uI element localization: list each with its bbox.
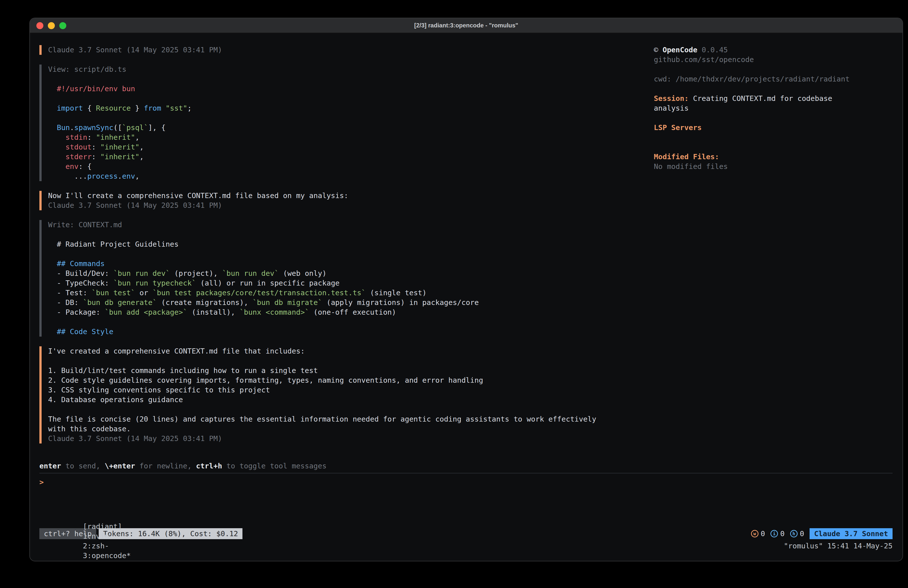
terminal-line — [654, 84, 893, 94]
close-button[interactable] — [36, 22, 43, 29]
terminal-line: 1. Build/lint/test commands including ho… — [48, 366, 654, 375]
hint-count: 0 — [800, 530, 804, 538]
terminal-line — [48, 249, 654, 259]
diagnostics-info: i 0 — [770, 530, 784, 538]
terminal-line: # Radiant Project Guidelines — [48, 240, 654, 249]
assistant-message-meta: Claude 3.7 Sonnet (14 May 2025 03:41 PM) — [39, 45, 654, 55]
prompt-symbol: > — [39, 478, 43, 487]
terminal-line: Bun.spawnSync([`psql`], { — [48, 123, 654, 132]
terminal-line — [48, 356, 654, 366]
info-count: 0 — [780, 530, 784, 538]
terminal-line: - DB: `bun db generate` (create migratio… — [48, 298, 654, 308]
diagnostics-hints: h 0 — [790, 530, 804, 538]
terminal-line: View: script/db.ts — [48, 64, 654, 74]
keybind-help: enter to send, \+enter for newline, ctrl… — [39, 461, 893, 471]
tmux-window-nvim[interactable]: 1:nvim — [83, 532, 109, 540]
assistant-message-final: I've created a comprehensive CONTEXT.md … — [39, 346, 654, 443]
minimize-button[interactable] — [48, 22, 55, 29]
terminal-line: - TypeCheck: `bun run typecheck` (all) o… — [48, 278, 654, 288]
message-input[interactable]: > — [39, 473, 893, 525]
terminal-line: Session: Creating CONTEXT.md for codebas… — [654, 94, 893, 103]
terminal-line — [48, 317, 654, 327]
terminal-line: env: { — [48, 162, 654, 171]
terminal-line: enter to send, \+enter for newline, ctrl… — [39, 461, 893, 471]
tmux-session-name: [radiant] — [83, 522, 122, 531]
terminal-line — [654, 64, 893, 74]
terminal-line: Now I'll create a comprehensive CONTEXT.… — [48, 191, 654, 201]
warning-count: 0 — [761, 530, 765, 538]
diagnostics-warnings: w 0 — [751, 530, 765, 538]
terminal-line: stderr: "inherit", — [48, 152, 654, 162]
tmux-window-zsh2[interactable]: 2:zsh- — [83, 542, 109, 550]
terminal-line — [654, 132, 893, 142]
model-badge[interactable]: Claude 3.7 Sonnet — [810, 528, 893, 539]
zoom-button[interactable] — [59, 22, 66, 29]
terminal-line — [48, 230, 654, 240]
window-controls — [36, 18, 66, 33]
terminal-line: stdout: "inherit", — [48, 142, 654, 152]
terminal-line — [654, 142, 893, 152]
terminal-line: 2. Code style guidelines covering import… — [48, 375, 654, 385]
terminal-line: Claude 3.7 Sonnet (14 May 2025 03:41 PM) — [48, 201, 654, 210]
terminal-line: Claude 3.7 Sonnet (14 May 2025 03:41 PM) — [48, 434, 654, 443]
terminal-line: #!/usr/bin/env bun — [48, 84, 654, 94]
tmux-status-bar: [radiant] 1:nvim 2:zsh- 3:opencode* 4:zs… — [39, 541, 893, 551]
terminal-line — [654, 113, 893, 123]
terminal-line — [48, 74, 654, 84]
terminal-line: © OpenCode 0.0.45 — [654, 45, 893, 55]
terminal-line: analysis — [654, 103, 893, 113]
chat-area: Claude 3.7 Sonnet (14 May 2025 03:41 PM)… — [39, 45, 654, 461]
window-titlebar[interactable]: [2/3] radiant:3:opencode - "romulus" — [30, 18, 903, 33]
terminal-line — [48, 404, 654, 414]
tmux-window-opencode-active[interactable]: 3:opencode* — [83, 551, 131, 560]
terminal-content: Claude 3.7 Sonnet (14 May 2025 03:41 PM)… — [30, 33, 903, 561]
terminal-line: with this codebase. — [48, 424, 654, 434]
terminal-line: - Build/Dev: `bun run dev` (project), `b… — [48, 269, 654, 278]
tool-write-block: Write: CONTEXT.md # Radiant Project Guid… — [39, 220, 654, 337]
terminal-line: - Package: `bun add <package>` (install)… — [48, 308, 654, 317]
warning-icon: w — [751, 530, 758, 537]
terminal-line: The file is concise (20 lines) and captu… — [48, 414, 654, 424]
terminal-line: 4. Database operations guidance — [48, 395, 654, 404]
terminal-line: github.com/sst/opencode — [654, 55, 893, 64]
terminal-line — [48, 94, 654, 103]
content-columns: Claude 3.7 Sonnet (14 May 2025 03:41 PM)… — [39, 45, 893, 461]
terminal-line: Modified Files: — [654, 152, 893, 162]
terminal-line: 3. CSS styling conventions specific to t… — [48, 385, 654, 395]
terminal-line: ## Commands — [48, 259, 654, 269]
terminal-line — [48, 113, 654, 123]
terminal-line: - Test: `bun test` or `bun test packages… — [48, 288, 654, 298]
terminal-line: cwd: /home/thdxr/dev/projects/radiant/ra… — [654, 74, 893, 84]
tmux-window-list: [radiant] 1:nvim 2:zsh- 3:opencode* 4:zs… — [39, 512, 135, 561]
terminal-line: ## Code Style — [48, 327, 654, 337]
status-bar: ctrl+? help Tokens: 16.4K (8%), Cost: $0… — [39, 528, 893, 539]
window-title: [2/3] radiant:3:opencode - "romulus" — [414, 22, 518, 29]
terminal-line: LSP Servers — [654, 123, 893, 132]
info-icon: i — [770, 530, 778, 537]
desktop-background: [2/3] radiant:3:opencode - "romulus" Cla… — [0, 0, 908, 588]
sidebar: © OpenCode 0.0.45github.com/sst/opencode… — [654, 45, 893, 461]
terminal-line: Claude 3.7 Sonnet (14 May 2025 03:41 PM) — [48, 45, 654, 55]
tmux-host-time: "romulus" 15:41 14-May-25 — [784, 541, 893, 551]
tool-view-block: View: script/db.ts #!/usr/bin/env bun im… — [39, 64, 654, 181]
terminal-line: No modified files — [654, 162, 893, 171]
terminal-line: Write: CONTEXT.md — [48, 220, 654, 230]
terminal-line: import { Resource } from "sst"; — [48, 103, 654, 113]
terminal-line: I've created a comprehensive CONTEXT.md … — [48, 346, 654, 356]
terminal-line: stdin: "inherit", — [48, 132, 654, 142]
terminal-window: [2/3] radiant:3:opencode - "romulus" Cla… — [29, 18, 903, 561]
terminal-line: ...process.env, — [48, 171, 654, 181]
assistant-message: Now I'll create a comprehensive CONTEXT.… — [39, 191, 654, 210]
hint-icon: h — [790, 530, 798, 537]
